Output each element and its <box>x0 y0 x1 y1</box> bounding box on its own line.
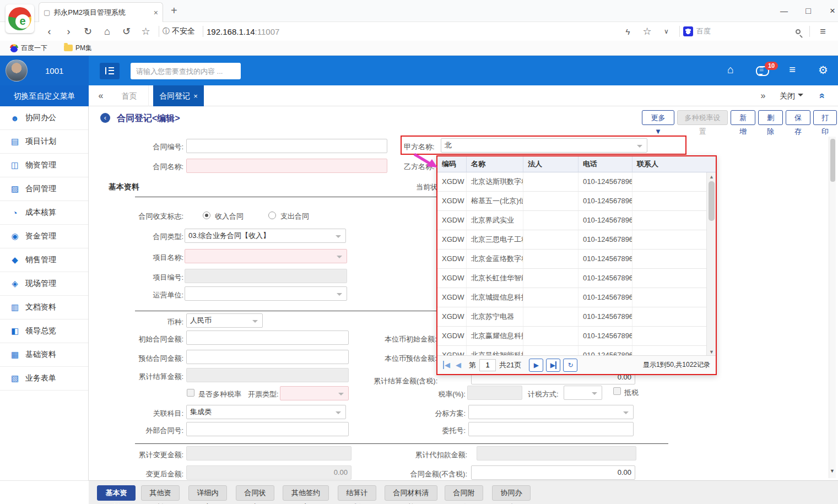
browser-search-placeholder[interactable]: 百度 <box>696 26 796 36</box>
delete-button[interactable]: 删除 <box>758 110 783 125</box>
external-no-input[interactable] <box>186 422 349 436</box>
bottom-tab-collaboration[interactable]: 协同办公 <box>492 485 531 501</box>
col-code[interactable]: 编码 <box>437 156 467 172</box>
table-row[interactable]: XGDW北京城提信息科技010-124567896 <box>437 288 716 307</box>
pager-prev-icon[interactable]: ◀ <box>456 361 461 369</box>
table-row[interactable]: XGDW北京长虹佳华智能010-124567896 <box>437 269 716 288</box>
operating-unit-select[interactable] <box>185 286 347 301</box>
print-button[interactable]: 打印 <box>813 110 837 125</box>
scroll-up-icon[interactable]: ▲ <box>709 174 714 180</box>
pager-refresh-button[interactable]: ↻ <box>563 359 577 372</box>
consign-no-input[interactable] <box>468 422 634 436</box>
sidebar-item-leader-overview[interactable]: ◧领导总览 <box>0 319 88 343</box>
sidebar-item-base-data[interactable]: ▦基础资料 <box>0 343 88 367</box>
more-button[interactable]: 更多▼ <box>642 110 674 125</box>
table-row[interactable]: XGDW北京界武实业010-124567896 <box>437 211 716 230</box>
tax-deduct-checkbox[interactable] <box>613 387 621 395</box>
invoice-type-select[interactable] <box>280 386 349 400</box>
tab-home[interactable]: 首页 <box>110 85 149 106</box>
bottom-tab-contract-status[interactable]: 合同状态 <box>236 485 274 501</box>
window-minimize-button[interactable]: — <box>776 4 792 18</box>
tab-close-icon[interactable]: × <box>154 8 158 17</box>
tab-contract-register[interactable]: 合同登记× <box>153 85 204 106</box>
undo-icon[interactable]: ↺ <box>117 25 136 37</box>
bottom-tab-other-info[interactable]: 其他资料 <box>141 485 180 501</box>
col-name[interactable]: 名称 <box>467 156 523 172</box>
scrollbar-thumb[interactable] <box>709 181 715 221</box>
sidebar-item-documents[interactable]: ▥文档资料 <box>0 296 88 319</box>
col-phone[interactable]: 电话 <box>579 156 632 172</box>
close-tabs-dropdown[interactable]: 关闭 <box>780 85 803 106</box>
scrollbar-thumb[interactable] <box>830 139 835 182</box>
back-button[interactable]: ‹ <box>100 113 110 123</box>
save-button[interactable]: 保存 <box>786 110 810 125</box>
bottom-tab-details[interactable]: 详细内容 <box>188 485 227 501</box>
sidebar-item-business-forms[interactable]: ▧业务表单 <box>0 367 88 391</box>
bottom-tab-settlement-plan[interactable]: 结算计划 <box>338 485 376 501</box>
url-port[interactable]: :11007 <box>255 27 280 36</box>
sidebar-item-collaboration[interactable]: ☻协同办公 <box>0 106 88 130</box>
bookmark-star-icon[interactable]: ☆ <box>637 25 657 37</box>
window-maximize-button[interactable]: □ <box>800 4 817 18</box>
url-host[interactable]: 192.168.1.14 <box>207 27 255 36</box>
collapse-up-icon[interactable]: « <box>812 93 833 99</box>
pager-page-input[interactable] <box>479 359 496 371</box>
estimated-amount-input[interactable] <box>186 350 349 364</box>
col-legal[interactable]: 法人 <box>523 156 579 172</box>
bid-plan-select[interactable] <box>468 405 634 419</box>
bottom-tab-material-list[interactable]: 合同材料清单 <box>385 485 437 501</box>
info-icon[interactable]: ⓘ <box>163 26 170 36</box>
scroll-tabs-right-icon[interactable]: » <box>756 85 770 106</box>
project-name-select[interactable] <box>185 249 347 263</box>
contract-no-input[interactable] <box>186 139 387 153</box>
browser-tab[interactable]: ▢ 邦永PM2项目管理系统 × <box>39 2 163 22</box>
pager-first-icon[interactable]: ◀ <box>443 361 450 369</box>
amount-no-tax-input[interactable]: 0.00 <box>471 465 635 480</box>
forward-icon[interactable]: › <box>59 26 78 37</box>
avatar[interactable] <box>6 59 28 82</box>
sidebar-item-site[interactable]: ◈现场管理 <box>0 272 88 296</box>
table-row[interactable]: XGDW北京金蓝络数字科010-124567896 <box>437 250 716 269</box>
refresh-icon[interactable]: ↻ <box>78 25 98 37</box>
bookmark-baidu[interactable]: 百度一下 <box>21 44 47 53</box>
sidebar-item-sales[interactable]: ◆销售管理 <box>0 248 88 272</box>
app-menu-icon[interactable]: ≡ <box>785 63 800 76</box>
scroll-down-icon[interactable]: ▼ <box>829 468 836 477</box>
sidebar-item-contract[interactable]: ▨合同管理 <box>0 177 88 201</box>
settings-gear-icon[interactable]: ⚙ <box>815 63 831 77</box>
contract-name-input[interactable] <box>186 159 387 173</box>
menu-icon[interactable]: ≡ <box>813 26 832 37</box>
pager-last-button[interactable]: ▶ <box>546 359 560 372</box>
sidebar-item-funds[interactable]: ◉资金管理 <box>0 225 88 248</box>
switch-custom-menu[interactable]: 切换至自定义菜单 <box>0 85 89 106</box>
related-subject-select[interactable]: 集成类 <box>186 405 346 419</box>
tax-deduct-label[interactable]: 抵税 <box>624 388 639 398</box>
expense-radio[interactable] <box>268 212 276 219</box>
window-close-button[interactable]: × <box>824 4 838 18</box>
table-row[interactable]: XGDW北京三思电子工程010-124567896 <box>437 230 716 250</box>
global-search-input[interactable] <box>131 63 241 79</box>
favorite-star-icon[interactable]: ☆ <box>136 25 155 37</box>
income-radio[interactable] <box>203 212 210 219</box>
popup-scrollbar[interactable]: ▲ ▼ <box>706 172 716 356</box>
tax-method-select[interactable] <box>564 386 602 400</box>
search-icon[interactable] <box>796 29 801 34</box>
bottom-tab-basic-info[interactable]: 基本资料 <box>97 485 136 501</box>
add-button[interactable]: 新增 <box>731 110 755 125</box>
browser-logo[interactable]: e <box>6 4 34 33</box>
table-row[interactable]: XGDW北京赢耀信息科技010-124567896 <box>437 327 716 346</box>
pager-next-button[interactable]: ▶ <box>529 359 543 372</box>
back-icon[interactable]: ‹ <box>40 26 59 37</box>
content-scrollbar[interactable] <box>829 137 836 478</box>
multi-tax-checkbox[interactable] <box>187 389 194 397</box>
menu-toggle-button[interactable] <box>100 63 120 79</box>
bottom-tab-attachments[interactable]: 合同附件 <box>445 485 483 501</box>
scroll-tabs-left-icon[interactable]: « <box>94 85 108 106</box>
sidebar-item-materials[interactable]: ◫物资管理 <box>0 154 88 177</box>
sidebar-item-project-plan[interactable]: ▤项目计划 <box>0 130 88 154</box>
chevron-down-icon[interactable]: ∨ <box>657 28 676 35</box>
scroll-down-icon[interactable]: ▼ <box>709 349 714 355</box>
home-icon[interactable]: ⌂ <box>98 26 117 37</box>
currency-select[interactable]: 人民币 <box>186 313 263 328</box>
contract-type-select[interactable]: 03.综合业务合同【收入】 <box>185 229 346 243</box>
